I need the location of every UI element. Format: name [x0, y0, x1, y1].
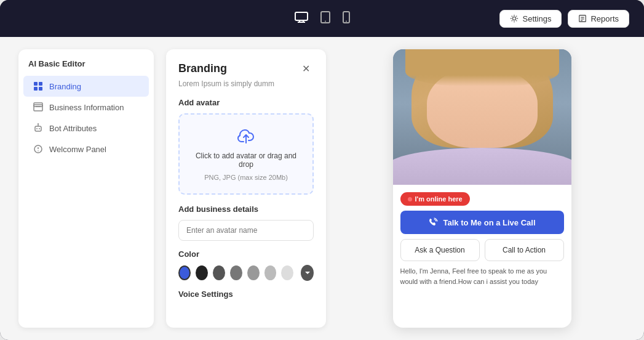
svg-rect-14: [39, 82, 42, 86]
svg-rect-17: [34, 105, 42, 111]
business-section: Add business details: [178, 204, 314, 241]
svg-point-5: [325, 20, 326, 22]
sidebar-item-bot[interactable]: Bot Attributes: [23, 118, 149, 139]
upload-sub-text: PNG, JPG (max size 20Mb): [204, 174, 288, 181]
left-nav-panel: AI Basic Editor Branding Business Inform…: [18, 49, 154, 328]
color-swatch-blue[interactable]: [178, 265, 191, 280]
app-container: Settings Reports AI Basic Editor: [0, 0, 644, 340]
svg-point-22: [39, 128, 40, 129]
top-actions: Settings Reports: [499, 10, 629, 28]
sidebar-item-branding[interactable]: Branding: [23, 76, 149, 97]
branding-panel: Branding ✕ Lorem Ipsum is simply dumm Ad…: [166, 49, 326, 328]
color-label: Color: [178, 249, 314, 259]
sidebar-item-welcome[interactable]: Welcomw Panel: [23, 139, 149, 160]
avatar-image-area: [393, 49, 571, 185]
panel-heading: Branding: [178, 62, 227, 75]
upload-main-text: Click to add avatar or drag and drop: [192, 152, 300, 169]
svg-rect-20: [35, 126, 41, 131]
device-switcher: [295, 11, 350, 26]
color-swatches: [178, 265, 314, 281]
chat-greeting: Hello, I'm Jenna, Feel free to speak to …: [400, 266, 564, 286]
add-avatar-label: Add avatar: [178, 98, 314, 107]
color-swatch-verylightgray[interactable]: [281, 265, 293, 280]
settings-button[interactable]: Settings: [499, 10, 562, 28]
reports-label: Reports: [590, 14, 619, 23]
settings-label: Settings: [522, 14, 551, 23]
svg-point-8: [513, 17, 516, 20]
call-button-text: Talk to Me on a Live Call: [443, 218, 535, 227]
main-area: AI Basic Editor Branding Business Inform…: [0, 37, 644, 340]
panel-header: Branding ✕: [178, 62, 314, 76]
panel-title: AI Basic Editor: [18, 59, 154, 76]
online-badge: I'm online here: [400, 192, 470, 206]
preview-panel: I'm online here Talk to Me on a Live Cal…: [338, 49, 626, 328]
svg-rect-0: [295, 12, 308, 20]
call-to-action-button[interactable]: Call to Action: [485, 239, 564, 261]
color-swatch-gray[interactable]: [230, 265, 242, 280]
color-swatch-darkgray[interactable]: [213, 265, 225, 280]
ask-question-button[interactable]: Ask a Question: [400, 239, 480, 261]
close-button[interactable]: ✕: [298, 62, 314, 76]
mobile-icon[interactable]: [343, 11, 350, 26]
top-bar: Settings Reports: [0, 0, 644, 37]
sidebar-item-business[interactable]: Business Information: [23, 97, 149, 118]
reports-button[interactable]: Reports: [568, 10, 629, 28]
tablet-icon[interactable]: [320, 11, 330, 26]
svg-rect-13: [34, 82, 38, 86]
welcome-label: Welcomw Panel: [49, 145, 106, 154]
svg-point-27: [38, 150, 39, 152]
svg-point-24: [38, 123, 39, 124]
bot-label: Bot Attributes: [49, 124, 97, 133]
desktop-icon[interactable]: [295, 12, 308, 26]
ask-button-text: Ask a Question: [415, 246, 464, 254]
voice-settings-label: Voice Settings: [178, 289, 314, 299]
chat-preview-widget: I'm online here Talk to Me on a Live Cal…: [393, 49, 571, 328]
online-dot: [408, 197, 412, 201]
color-section: Color: [178, 249, 314, 281]
color-swatch-medgray[interactable]: [247, 265, 260, 280]
chat-content: I'm online here Talk to Me on a Live Cal…: [393, 185, 571, 328]
color-swatch-black[interactable]: [196, 265, 208, 280]
avatar-name-input[interactable]: [178, 220, 314, 241]
live-call-button[interactable]: Talk to Me on a Live Call: [400, 211, 564, 234]
panel-subtitle: Lorem Ipsum is simply dumm: [178, 79, 314, 88]
online-badge-text: I'm online here: [415, 195, 463, 203]
cta-button-text: Call to Action: [503, 246, 546, 254]
color-dropdown-button[interactable]: [301, 265, 314, 281]
avatar-image: [393, 49, 571, 185]
business-details-label: Add business details: [178, 204, 314, 214]
business-label: Business Information: [49, 103, 124, 112]
avatar-upload-area[interactable]: Click to add avatar or drag and drop PNG…: [178, 113, 314, 195]
svg-rect-15: [34, 87, 38, 91]
svg-point-7: [346, 20, 347, 22]
svg-rect-16: [39, 87, 42, 91]
color-swatch-lightgray[interactable]: [264, 265, 277, 280]
svg-point-21: [36, 128, 38, 129]
action-row: Ask a Question Call to Action: [400, 239, 564, 261]
branding-label: Branding: [49, 82, 81, 91]
